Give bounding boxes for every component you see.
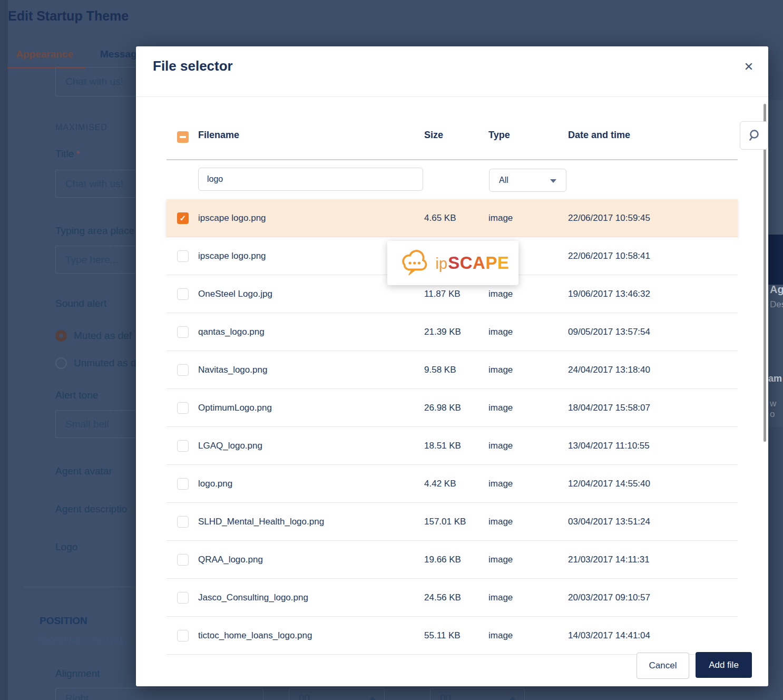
header-divider bbox=[136, 96, 768, 97]
column-header-size[interactable]: Size bbox=[424, 130, 443, 141]
row-checkbox[interactable] bbox=[177, 592, 189, 604]
table-row[interactable]: Jasco_Consulting_logo.png 24.56 KB image… bbox=[167, 579, 738, 617]
spacing-input-2[interactable]: 00 bbox=[430, 688, 525, 700]
cell-type: image bbox=[488, 427, 513, 464]
ipscape-logo: ipSCAPE bbox=[397, 249, 510, 277]
required-asterisk: * bbox=[76, 149, 80, 159]
scrollbar-thumb[interactable] bbox=[764, 104, 766, 442]
column-header-type[interactable]: Type bbox=[488, 130, 510, 141]
alignment-select[interactable]: Right bbox=[55, 688, 263, 700]
cell-date: 12/04/2017 14:55:40 bbox=[568, 465, 650, 502]
cell-filename: OneSteel Logo.jpg bbox=[198, 275, 272, 313]
wordmark-letter: C bbox=[460, 253, 473, 273]
cell-type: image bbox=[488, 465, 513, 502]
cell-type: image bbox=[488, 579, 513, 616]
table-row[interactable]: logo.png 4.42 KB image 12/04/2017 14:55:… bbox=[167, 465, 738, 503]
cell-filename: ipscape logo.png bbox=[198, 199, 266, 237]
tab-appearance[interactable]: Appearance bbox=[16, 48, 73, 60]
cell-date: 14/03/2017 14:41:04 bbox=[568, 617, 650, 654]
table-row[interactable]: qantas_logo.png 21.39 KB image 09/05/201… bbox=[167, 313, 738, 351]
row-checkbox[interactable] bbox=[177, 516, 189, 528]
row-checkbox[interactable] bbox=[177, 364, 189, 376]
cell-filename: SLHD_Mental_Health_logo.png bbox=[198, 503, 324, 540]
cell-type: image bbox=[488, 351, 513, 388]
spacing-input-1[interactable]: 00 bbox=[289, 688, 385, 700]
cell-size: 55.11 KB bbox=[424, 617, 461, 654]
row-checkbox[interactable] bbox=[177, 212, 189, 224]
widget-preview-title: Chat with us! bbox=[65, 76, 123, 88]
row-checkbox[interactable] bbox=[177, 440, 189, 452]
file-selector-dialog: File selector ✕ Filename Size Type Date … bbox=[136, 46, 768, 686]
wordmark-letter: ip bbox=[436, 255, 448, 272]
row-checkbox[interactable] bbox=[177, 478, 189, 490]
cell-type: image bbox=[488, 503, 513, 540]
cell-type: image bbox=[488, 199, 513, 237]
fragment-am: am bbox=[768, 373, 782, 384]
alert-tone-select[interactable]: Small bell bbox=[55, 410, 136, 438]
wordmark-letter: A bbox=[473, 253, 485, 273]
radio-muted-label: Muted as def bbox=[74, 330, 132, 342]
widget-preview-header-fragment bbox=[768, 235, 783, 285]
cell-date: 22/06/2017 10:59:45 bbox=[568, 199, 650, 237]
close-icon[interactable]: ✕ bbox=[741, 59, 757, 75]
row-checkbox[interactable] bbox=[177, 250, 189, 262]
fragment-agent: Ag bbox=[770, 284, 783, 296]
row-checkbox[interactable] bbox=[177, 326, 189, 338]
page-title: Edit Startup Theme bbox=[8, 8, 129, 24]
cell-size: 4.65 KB bbox=[424, 199, 456, 237]
stepper-up-icon[interactable] bbox=[369, 697, 376, 700]
search-button[interactable] bbox=[740, 121, 768, 150]
row-checkbox[interactable] bbox=[177, 630, 189, 641]
ipscape-wordmark: ipSCAPE bbox=[436, 253, 510, 273]
table-row[interactable]: tictoc_home_loans_logo.png 55.11 KB imag… bbox=[167, 617, 738, 655]
table-row[interactable]: Navitas_logo.png 9.58 KB image 24/04/201… bbox=[167, 351, 738, 389]
section-divider bbox=[24, 587, 136, 587]
radio-muted[interactable] bbox=[55, 330, 67, 342]
alert-tone-label: Alert tone bbox=[55, 390, 98, 401]
radio-unmuted-label: Unmuted as d bbox=[74, 357, 136, 369]
type-filter-select[interactable]: All bbox=[489, 169, 566, 192]
cell-date: 03/04/2017 13:51:24 bbox=[568, 503, 650, 540]
cell-size: 26.98 KB bbox=[424, 389, 461, 426]
widget-preview-title-box: Chat with us! bbox=[55, 67, 136, 96]
typing-area-input[interactable]: Type here... bbox=[55, 246, 136, 274]
column-header-filename[interactable]: Filename bbox=[198, 130, 239, 141]
table-row[interactable]: SLHD_Mental_Health_logo.png 157.01 KB im… bbox=[167, 503, 738, 541]
cell-date: 09/05/2017 13:57:54 bbox=[568, 313, 650, 351]
cell-size: 18.51 KB bbox=[424, 427, 461, 464]
logo-label: Logo bbox=[55, 541, 77, 553]
title-field-label: Title * bbox=[55, 148, 80, 160]
row-checkbox[interactable] bbox=[177, 554, 189, 566]
title-input[interactable]: Chat with us! bbox=[55, 170, 136, 198]
cell-size: 24.56 KB bbox=[424, 579, 461, 616]
cell-date: 20/03/2017 09:10:57 bbox=[568, 579, 650, 616]
cancel-button[interactable]: Cancel bbox=[637, 653, 689, 679]
column-header-date[interactable]: Date and time bbox=[568, 130, 630, 141]
row-checkbox[interactable] bbox=[177, 402, 189, 414]
select-all-checkbox[interactable] bbox=[177, 131, 189, 143]
table-row[interactable]: OptimumLogo.png 26.98 KB image 18/04/201… bbox=[167, 389, 738, 427]
add-file-button[interactable]: Add file bbox=[696, 652, 752, 678]
table-row[interactable]: QRAA_logo.png 19.66 KB image 21/03/2017 … bbox=[167, 541, 738, 579]
cell-date: 24/04/2017 13:18:40 bbox=[568, 351, 650, 388]
table-row[interactable]: LGAQ_logo.png 18.51 KB image 13/04/2017 … bbox=[167, 427, 738, 465]
agent-avatar-label: Agent avatar bbox=[55, 465, 112, 477]
cell-filename: logo.png bbox=[198, 465, 232, 502]
table-row[interactable]: ipscape logo.png 4.65 KB image 22/06/201… bbox=[167, 199, 738, 237]
radio-unmuted[interactable] bbox=[55, 357, 67, 369]
cell-filename: ipscape logo.png bbox=[198, 237, 266, 275]
stepper-up-icon[interactable] bbox=[510, 697, 516, 700]
agent-description-label: Agent descriptio bbox=[55, 503, 127, 515]
typing-area-label: Typing area place bbox=[55, 225, 134, 237]
page-left-strip bbox=[0, 0, 8, 700]
table-header-row: Filename Size Type Date and time bbox=[167, 121, 738, 153]
cell-filename: OptimumLogo.png bbox=[198, 389, 272, 426]
row-checkbox[interactable] bbox=[177, 288, 189, 300]
cell-filename: qantas_logo.png bbox=[198, 313, 265, 351]
tab-messages[interactable]: Messag bbox=[100, 48, 137, 60]
position-section-subtitle: Select how the widg bbox=[38, 635, 128, 646]
cell-size: 4.42 KB bbox=[424, 465, 456, 502]
filename-filter-input[interactable] bbox=[198, 168, 423, 191]
sound-alert-label: Sound alert bbox=[55, 298, 106, 309]
cell-filename: LGAQ_logo.png bbox=[198, 427, 262, 464]
